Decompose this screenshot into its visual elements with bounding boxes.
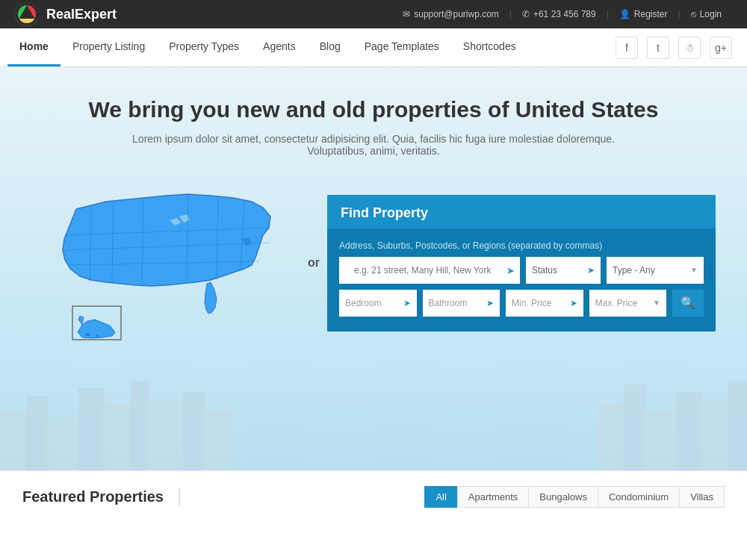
- filter-tab-condominium[interactable]: Condominium: [598, 486, 680, 508]
- max-price-dropdown-icon: ▼: [653, 299, 660, 307]
- filter-tab-bungalows[interactable]: Bungalows: [528, 486, 598, 508]
- address-arrow-icon: ➤: [506, 264, 515, 276]
- login-text[interactable]: Login: [700, 9, 722, 19]
- address-input-wrapper[interactable]: ➤: [339, 257, 520, 284]
- register-link[interactable]: 👤 Register: [609, 9, 678, 19]
- search-row-1: ➤ Status ➤ Type - Any ▼: [339, 257, 704, 284]
- bathroom-select[interactable]: Bathroom ➤: [423, 290, 500, 317]
- register-icon: 👤: [619, 9, 630, 19]
- min-price-arrow-icon: ➤: [570, 298, 577, 308]
- nav-item-page-templates[interactable]: Page Templates: [353, 28, 451, 66]
- top-bar: RealExpert ✉ support@puriwp.com | ✆ +61 …: [0, 0, 747, 28]
- phone-contact: ✆ +61 23 456 789: [512, 9, 607, 19]
- nav-item-agents[interactable]: Agents: [251, 28, 308, 66]
- svg-rect-15: [698, 399, 732, 470]
- bathroom-arrow-icon: ➤: [486, 298, 494, 308]
- logo-icon: [15, 2, 39, 26]
- phone-number: +61 23 456 789: [533, 9, 596, 19]
- hero-section: We bring you new and old properties of U…: [0, 67, 747, 470]
- svg-point-27: [85, 333, 90, 336]
- email-contact: ✉ support@puriwp.com: [392, 9, 509, 19]
- svg-rect-10: [202, 411, 232, 470]
- svg-point-28: [96, 335, 99, 337]
- type-dropdown-icon: ▼: [690, 266, 698, 274]
- search-icon: 🔍: [681, 296, 695, 310]
- top-bar-brand: RealExpert: [15, 2, 117, 26]
- nav-item-home[interactable]: Home: [7, 28, 61, 66]
- featured-left: Featured Properties: [22, 488, 195, 505]
- max-price-label: Max. Price: [595, 298, 638, 308]
- login-icon: ⎋: [691, 9, 696, 19]
- min-price-label: Min. Price: [512, 298, 551, 308]
- svg-rect-6: [101, 403, 134, 470]
- find-property-title: Find Property: [341, 205, 428, 220]
- bedroom-label: Bedroom: [345, 298, 382, 308]
- nav-bar: Home Property Listing Property Types Age…: [0, 28, 747, 67]
- svg-rect-14: [676, 392, 702, 470]
- rss-icon[interactable]: ☃: [678, 37, 701, 59]
- top-bar-contact: ✉ support@puriwp.com | ✆ +61 23 456 789 …: [392, 9, 732, 19]
- skyline-background: [0, 351, 747, 470]
- twitter-icon[interactable]: t: [647, 37, 669, 59]
- svg-rect-8: [146, 399, 187, 470]
- login-link[interactable]: ⎋ Login: [681, 9, 732, 19]
- svg-point-1: [22, 10, 31, 19]
- hero-subtitle: Lorem ipsum dolor sit amet, consectetur …: [112, 133, 635, 157]
- find-property-header: Find Property: [327, 195, 716, 228]
- min-price-select[interactable]: Min. Price ➤: [506, 290, 583, 317]
- find-property-body: Address, Suburbs, Postcodes, or Regions …: [327, 228, 716, 332]
- hero-content: We bring you new and old properties of U…: [0, 67, 747, 157]
- bathroom-label: Bathroom: [429, 298, 468, 308]
- status-arrow-icon: ➤: [587, 265, 595, 276]
- hero-title: We bring you new and old properties of U…: [0, 97, 747, 122]
- search-button[interactable]: 🔍: [672, 290, 704, 317]
- address-input[interactable]: [347, 257, 512, 284]
- usa-map: [31, 179, 300, 346]
- status-select[interactable]: Status ➤: [526, 257, 601, 284]
- or-label: or: [308, 256, 320, 270]
- nav-item-blog[interactable]: Blog: [308, 28, 353, 66]
- max-price-select[interactable]: Max. Price ▼: [589, 290, 667, 317]
- search-row-2: Bedroom ➤ Bathroom ➤ Min. Price ➤ Max. P…: [339, 290, 704, 317]
- email-icon: ✉: [403, 9, 410, 19]
- svg-rect-11: [598, 403, 627, 470]
- nav-left: Home Property Listing Property Types Age…: [7, 28, 528, 66]
- logo-text: RealExpert: [46, 7, 117, 22]
- email-link[interactable]: support@puriwp.com: [414, 9, 499, 19]
- googleplus-icon[interactable]: g+: [710, 37, 732, 59]
- bedroom-arrow-icon: ➤: [403, 298, 411, 308]
- nav-item-property-listing[interactable]: Property Listing: [61, 28, 157, 66]
- svg-rect-5: [78, 388, 105, 470]
- svg-rect-16: [728, 381, 747, 470]
- find-property-panel: Find Property Address, Suburbs, Postcode…: [327, 195, 716, 332]
- bedroom-select[interactable]: Bedroom ➤: [339, 290, 417, 317]
- hero-map-area: or Find Property Address, Suburbs, Postc…: [0, 179, 747, 346]
- filter-tab-all[interactable]: All: [424, 486, 457, 508]
- nav-item-property-types[interactable]: Property Types: [157, 28, 251, 66]
- facebook-icon[interactable]: f: [616, 37, 638, 59]
- nav-item-shortcodes[interactable]: Shortcodes: [451, 28, 528, 66]
- filter-tab-apartments[interactable]: Apartments: [457, 486, 529, 508]
- nav-social: f t ☃ g+: [616, 28, 740, 66]
- address-label: Address, Suburbs, Postcodes, or Regions …: [339, 240, 704, 251]
- svg-rect-2: [0, 411, 30, 470]
- status-label: Status: [532, 265, 557, 276]
- filter-tabs: All Apartments Bungalows Condominium Vil…: [425, 486, 725, 508]
- featured-title: Featured Properties: [22, 488, 180, 505]
- featured-section: Featured Properties All Apartments Bunga…: [0, 470, 747, 508]
- filter-tab-villas[interactable]: Villas: [679, 486, 725, 508]
- type-label: Type - Any: [613, 265, 655, 276]
- register-text[interactable]: Register: [634, 9, 668, 19]
- phone-icon: ✆: [522, 9, 530, 19]
- type-select[interactable]: Type - Any ▼: [607, 257, 704, 284]
- svg-rect-4: [45, 418, 82, 470]
- svg-rect-13: [642, 411, 680, 470]
